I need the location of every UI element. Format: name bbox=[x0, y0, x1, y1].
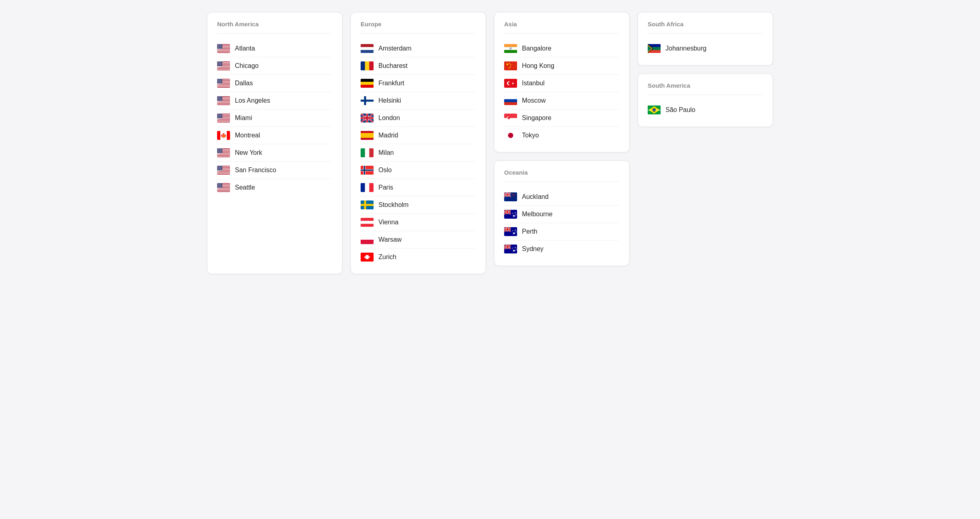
svg-point-225 bbox=[218, 114, 219, 114]
svg-point-140 bbox=[219, 82, 220, 82]
svg-point-71 bbox=[220, 62, 221, 63]
svg-point-22 bbox=[220, 46, 220, 46]
city-item[interactable]: San Francisco bbox=[217, 162, 332, 179]
svg-rect-465 bbox=[361, 170, 374, 171]
city-name: Seattle bbox=[235, 184, 255, 191]
city-item[interactable]: Amsterdam bbox=[361, 40, 476, 57]
city-item[interactable]: Dallas bbox=[217, 75, 332, 92]
svg-point-517 bbox=[512, 195, 513, 196]
city-item[interactable]: ★ ★ ★ ★ ★ Melbourne bbox=[504, 206, 619, 223]
city-item[interactable]: Tokyo bbox=[504, 127, 619, 144]
svg-point-289 bbox=[218, 149, 219, 150]
city-item[interactable]: ★ ★ ★ ★ ★ Sydney bbox=[504, 241, 619, 257]
svg-point-177 bbox=[218, 97, 219, 97]
svg-point-201 bbox=[220, 100, 221, 100]
svg-point-24 bbox=[222, 46, 222, 46]
city-item[interactable]: Atlanta bbox=[217, 40, 332, 57]
svg-point-89 bbox=[222, 64, 222, 65]
svg-point-362 bbox=[221, 169, 221, 169]
svg-point-190 bbox=[220, 99, 221, 99]
city-item[interactable]: Vienna bbox=[361, 214, 476, 231]
svg-point-315 bbox=[217, 153, 218, 153]
city-flag bbox=[361, 114, 374, 122]
svg-rect-388 bbox=[217, 191, 230, 192]
svg-point-187 bbox=[218, 99, 218, 99]
city-item[interactable]: Zurich bbox=[361, 249, 476, 266]
svg-rect-60 bbox=[217, 69, 230, 70]
svg-point-394 bbox=[221, 184, 221, 184]
svg-point-143 bbox=[222, 82, 222, 82]
city-item[interactable]: Oslo bbox=[361, 162, 476, 179]
city-flag bbox=[504, 96, 517, 105]
city-item[interactable]: Paris bbox=[361, 179, 476, 196]
city-item[interactable]: ★ ★ ★ ★ ★ Perth bbox=[504, 223, 619, 241]
city-item[interactable]: New York bbox=[217, 144, 332, 162]
svg-point-325 bbox=[221, 153, 222, 154]
svg-point-32 bbox=[219, 47, 220, 47]
svg-point-125 bbox=[220, 80, 221, 80]
svg-point-156 bbox=[218, 84, 219, 84]
city-item[interactable]: Madrid bbox=[361, 127, 476, 144]
svg-point-358 bbox=[217, 169, 218, 169]
svg-point-14 bbox=[218, 45, 218, 45]
svg-point-155 bbox=[218, 84, 218, 84]
svg-point-356 bbox=[220, 168, 221, 169]
svg-point-133 bbox=[218, 81, 218, 82]
svg-point-150 bbox=[218, 83, 219, 84]
svg-point-409 bbox=[219, 186, 220, 186]
svg-point-264 bbox=[218, 118, 219, 119]
svg-point-374 bbox=[222, 170, 222, 171]
city-item[interactable]: ★ Istanbul bbox=[504, 75, 619, 92]
city-item[interactable]: Auckland bbox=[504, 188, 619, 206]
city-item[interactable]: Seattle bbox=[217, 179, 332, 196]
svg-point-82 bbox=[220, 64, 221, 64]
city-item[interactable]: Moscow bbox=[504, 92, 619, 110]
city-name: Bucharest bbox=[378, 62, 408, 70]
svg-point-426 bbox=[220, 188, 220, 188]
svg-point-262 bbox=[222, 118, 222, 118]
svg-point-91 bbox=[218, 65, 219, 65]
city-item[interactable]: Stockholm bbox=[361, 196, 476, 214]
city-item[interactable]: Los Angeles bbox=[217, 92, 332, 110]
svg-point-365 bbox=[218, 169, 219, 170]
svg-point-210 bbox=[218, 101, 219, 101]
svg-point-215 bbox=[218, 102, 219, 102]
city-flag bbox=[361, 131, 374, 140]
city-item[interactable]: ORDEM E PROGRESSO São Paulo bbox=[648, 101, 763, 118]
svg-point-516 bbox=[513, 196, 514, 196]
city-item[interactable]: Milan bbox=[361, 144, 476, 162]
svg-point-412 bbox=[217, 186, 218, 186]
svg-point-48 bbox=[218, 49, 219, 49]
svg-point-269 bbox=[218, 119, 219, 120]
svg-point-236 bbox=[218, 115, 219, 116]
city-item[interactable]: Miami bbox=[217, 110, 332, 127]
city-item[interactable]: Bucharest bbox=[361, 57, 476, 75]
svg-point-104 bbox=[220, 66, 221, 67]
svg-point-341 bbox=[222, 166, 222, 167]
svg-point-424 bbox=[218, 188, 219, 188]
city-item[interactable]: Johannesburg bbox=[648, 40, 763, 57]
svg-rect-446 bbox=[361, 100, 374, 102]
svg-point-9 bbox=[218, 44, 219, 45]
svg-point-415 bbox=[220, 186, 220, 186]
svg-point-303 bbox=[221, 151, 222, 151]
city-item[interactable]: Bangalore bbox=[504, 40, 619, 57]
svg-point-128 bbox=[218, 80, 219, 81]
svg-point-34 bbox=[221, 47, 221, 47]
svg-point-403 bbox=[219, 185, 220, 185]
svg-point-337 bbox=[218, 166, 219, 167]
city-item[interactable]: Singapore bbox=[504, 110, 619, 127]
city-item[interactable]: Chicago bbox=[217, 57, 332, 75]
svg-text:ORDEM E PROGRESSO: ORDEM E PROGRESSO bbox=[648, 110, 661, 111]
city-item[interactable]: 🍁 Montreal bbox=[217, 127, 332, 144]
svg-point-70 bbox=[219, 62, 220, 63]
city-item[interactable]: Warsaw bbox=[361, 231, 476, 249]
svg-point-11 bbox=[220, 44, 220, 45]
city-item[interactable]: Frankfurt bbox=[361, 75, 476, 92]
svg-point-47 bbox=[218, 49, 218, 49]
city-item[interactable]: London bbox=[361, 110, 476, 127]
svg-point-130 bbox=[220, 80, 220, 81]
city-item[interactable]: ★ ★ ★ ★ ★ Hong Kong bbox=[504, 57, 619, 75]
city-item[interactable]: Helsinki bbox=[361, 92, 476, 110]
svg-point-75 bbox=[219, 63, 220, 63]
